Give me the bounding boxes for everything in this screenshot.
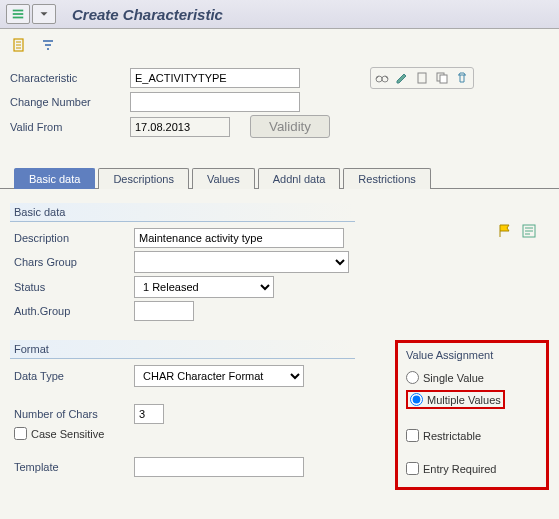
description-input[interactable] [134, 228, 344, 248]
entry-required-checkbox[interactable] [406, 462, 419, 475]
menu-icon[interactable] [6, 4, 30, 24]
document-icon[interactable] [413, 70, 431, 86]
copy-icon[interactable] [433, 70, 451, 86]
svg-rect-6 [418, 73, 426, 83]
entry-required-label: Entry Required [423, 463, 496, 475]
chars-group-label: Chars Group [14, 256, 134, 268]
status-label: Status [14, 281, 134, 293]
restrictable-label: Restrictable [423, 430, 481, 442]
tab-values[interactable]: Values [192, 168, 255, 189]
data-type-label: Data Type [14, 370, 134, 382]
dropdown-icon[interactable] [32, 4, 56, 24]
chars-group-select[interactable] [134, 251, 349, 273]
glasses-icon[interactable] [373, 70, 391, 86]
basic-data-title: Basic data [10, 203, 355, 222]
valid-from-label: Valid From [10, 121, 130, 133]
multiple-values-highlight: Multiple Values [406, 390, 505, 409]
flag-icon[interactable] [497, 223, 515, 241]
svg-rect-0 [13, 10, 24, 12]
characteristic-input[interactable] [130, 68, 300, 88]
description-label: Description [14, 232, 134, 244]
case-sensitive-checkbox[interactable] [14, 427, 27, 440]
svg-rect-2 [13, 17, 24, 19]
action-icon-strip [370, 67, 474, 89]
format-title: Format [10, 340, 355, 359]
template-label: Template [14, 461, 134, 473]
svg-point-5 [382, 76, 388, 82]
validity-button[interactable]: Validity [250, 115, 330, 138]
svg-point-4 [376, 76, 382, 82]
value-assignment-title: Value Assignment [406, 349, 538, 365]
svg-rect-1 [13, 13, 24, 15]
restrictable-checkbox[interactable] [406, 429, 419, 442]
multiple-values-label: Multiple Values [427, 394, 501, 406]
valid-from-input[interactable] [130, 117, 230, 137]
number-chars-input[interactable] [134, 404, 164, 424]
template-input[interactable] [134, 457, 304, 477]
basic-data-group: Basic data Description Chars Group Statu… [10, 203, 549, 326]
format-group: Format Data Type CHAR Character Format N… [10, 340, 355, 482]
tab-restrictions[interactable]: Restrictions [343, 168, 430, 189]
auth-group-label: Auth.Group [14, 305, 134, 317]
characteristic-label: Characteristic [10, 72, 130, 84]
toolbar [0, 29, 559, 61]
single-value-radio[interactable] [406, 371, 419, 384]
value-assignment-group: Value Assignment Single Value Multiple V… [395, 340, 549, 490]
tabstrip: Basic data Descriptions Values Addnl dat… [0, 167, 559, 189]
tab-basic-data[interactable]: Basic data [14, 168, 95, 189]
sort-icon[interactable] [37, 35, 59, 55]
number-chars-label: Number of Chars [14, 408, 134, 420]
tab-addnl-data[interactable]: Addnl data [258, 168, 341, 189]
titlebar: Create Characteristic [0, 0, 559, 29]
header-form: Characteristic Change Number Valid From … [0, 61, 559, 153]
trash-icon[interactable] [453, 70, 471, 86]
tab-descriptions[interactable]: Descriptions [98, 168, 189, 189]
text-icon[interactable] [521, 223, 539, 241]
tabpanel-basic-data: Basic data Description Chars Group Statu… [0, 189, 559, 504]
svg-rect-8 [440, 75, 447, 83]
change-number-label: Change Number [10, 96, 130, 108]
status-select[interactable]: 1 Released [134, 276, 274, 298]
data-type-select[interactable]: CHAR Character Format [134, 365, 304, 387]
case-sensitive-label: Case Sensitive [31, 428, 104, 440]
change-number-input[interactable] [130, 92, 300, 112]
page-title: Create Characteristic [72, 6, 223, 23]
auth-group-input[interactable] [134, 301, 194, 321]
pencil-icon[interactable] [393, 70, 411, 86]
single-value-label: Single Value [423, 372, 484, 384]
multiple-values-radio[interactable] [410, 393, 423, 406]
create-icon[interactable] [8, 35, 30, 55]
